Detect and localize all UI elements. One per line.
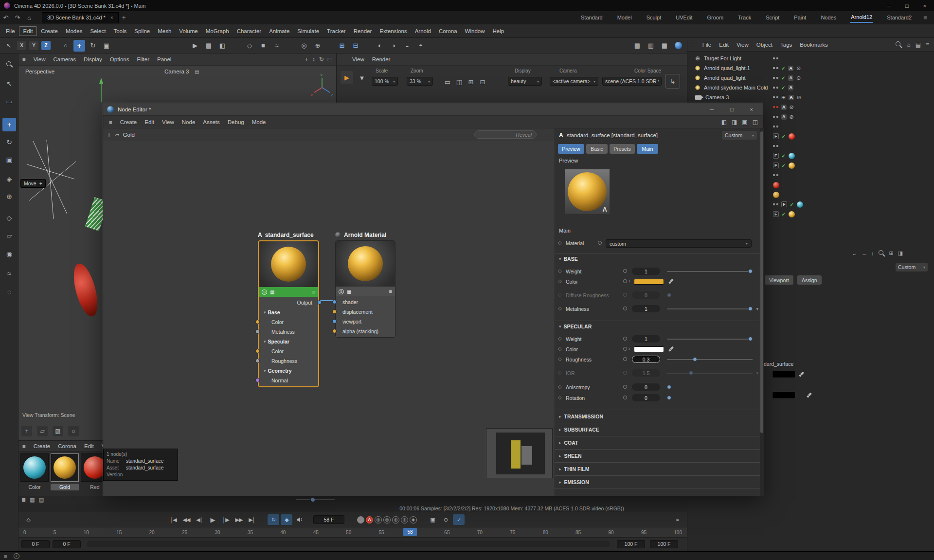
anim-diamond-icon[interactable]: ◇ xyxy=(558,278,562,284)
zoom-dropdown[interactable]: 33 %▾ xyxy=(407,77,433,86)
port-circle-icon[interactable] xyxy=(623,347,627,351)
am-forward-icon[interactable]: → xyxy=(862,251,867,256)
material-thumbnail[interactable] xyxy=(20,453,49,482)
input-port-icon[interactable] xyxy=(332,300,337,304)
layout-tab[interactable]: UVEdit xyxy=(675,13,693,22)
select-tool-icon[interactable]: ↖ xyxy=(3,40,15,52)
key-scale-icon[interactable]: ◎ xyxy=(383,516,391,524)
eyedropper-icon[interactable] xyxy=(798,371,805,378)
layout-tab[interactable]: Script xyxy=(765,13,780,22)
ballblue-icon[interactable] xyxy=(797,201,803,208)
ftag-icon[interactable]: F xyxy=(773,153,779,159)
mat-menu-item[interactable]: Edit xyxy=(80,441,98,451)
slider-track[interactable] xyxy=(667,308,753,309)
forward-icon[interactable]: ↷ xyxy=(12,13,23,22)
node-group-row[interactable]: ▾Base xyxy=(259,307,318,317)
abadge-icon[interactable]: A xyxy=(789,95,794,100)
abadge-icon[interactable]: A xyxy=(788,75,793,81)
ballblue-icon[interactable] xyxy=(789,153,795,159)
color-slot-swatch[interactable] xyxy=(772,392,795,399)
menu-item[interactable]: Render xyxy=(350,24,376,37)
goto-end-icon[interactable]: ▶│ xyxy=(246,514,258,525)
tab-basic[interactable]: Basic xyxy=(586,144,608,154)
rotate-tool-icon[interactable]: ↻ xyxy=(87,40,99,52)
ftag-icon[interactable]: F xyxy=(773,133,779,139)
ftag-icon[interactable]: F xyxy=(781,201,787,207)
expand-icon[interactable]: ⊞ xyxy=(781,94,786,101)
collapsed-section-header[interactable]: ▸SHEEN xyxy=(555,449,760,462)
material-mode-dropdown[interactable]: custom▾ xyxy=(606,239,752,248)
solo-icon[interactable]: S xyxy=(262,289,267,295)
dots-icon[interactable] xyxy=(773,57,778,60)
goto-start-icon[interactable]: │◀ xyxy=(167,514,179,525)
slider-track[interactable] xyxy=(667,271,753,272)
object-row[interactable]: Arnold quad_light.1✓A⊙ xyxy=(687,63,934,73)
home-icon[interactable]: ⌂ xyxy=(23,13,35,22)
layout-tab[interactable]: Groom xyxy=(706,13,724,22)
split-view-icon[interactable]: ◫ xyxy=(453,76,465,88)
forbid-icon[interactable]: ⊘ xyxy=(797,94,801,101)
film-icon[interactable]: ▤ xyxy=(631,40,643,52)
mat-menu-item[interactable]: Create xyxy=(30,441,54,451)
am-settings-icon[interactable]: ◨ xyxy=(898,250,903,256)
target-icon[interactable]: ⊙ xyxy=(796,65,801,72)
attr-scrollbar-thumb[interactable] xyxy=(760,131,763,433)
check-icon[interactable]: ✓ xyxy=(782,163,786,168)
close-button[interactable]: × xyxy=(923,3,926,9)
display-transform-icon[interactable]: ↳ xyxy=(665,74,680,89)
abadge-icon[interactable]: A xyxy=(788,85,793,90)
fcurve-icon[interactable]: ≈ xyxy=(671,514,683,525)
rotate-palette-icon[interactable]: ↻ xyxy=(2,135,16,149)
menu-item[interactable]: MoGraph xyxy=(202,24,233,37)
section-base[interactable]: ▾BASE xyxy=(555,253,760,264)
detail-view-icon[interactable]: ▤ xyxy=(39,497,44,503)
assign-button[interactable]: Assign xyxy=(797,275,822,285)
node-port-row[interactable]: Output xyxy=(259,298,318,307)
material-name[interactable]: Color xyxy=(20,484,49,490)
minimize-button[interactable]: ─ xyxy=(887,3,891,9)
output-port-icon[interactable] xyxy=(317,300,322,305)
arnold-ipr-icon[interactable] xyxy=(672,40,684,52)
menu-item[interactable]: Tracker xyxy=(323,24,350,37)
status-menu-icon[interactable]: ≡ xyxy=(4,553,7,559)
menu-item[interactable]: Mesh xyxy=(154,24,175,37)
image-icon[interactable]: ▦ xyxy=(270,289,274,295)
autokey-icon[interactable]: A xyxy=(366,516,373,524)
thumbnail-scale-slider[interactable] xyxy=(296,499,335,500)
ne-menu-item[interactable]: Debug xyxy=(224,116,248,128)
value-field[interactable]: 0 xyxy=(632,394,660,401)
anim-diamond-icon[interactable]: ◇ xyxy=(558,336,562,341)
render-view-icon[interactable]: ▶ xyxy=(189,40,201,52)
sphere-palette-icon[interactable]: ◉ xyxy=(2,247,16,261)
viewport-button[interactable]: Viewport xyxy=(765,275,793,285)
slider-knob[interactable] xyxy=(667,396,671,400)
dotsred-icon[interactable] xyxy=(773,106,778,108)
input-port-icon[interactable] xyxy=(332,319,337,324)
icon-view-icon[interactable]: ▦ xyxy=(30,497,35,503)
check-icon[interactable]: ✓ xyxy=(782,212,786,217)
collapsed-section-header[interactable]: ▸TRANSMISSION xyxy=(555,410,760,423)
check-icon[interactable]: ✓ xyxy=(790,202,794,207)
add-view-icon[interactable]: + xyxy=(21,426,32,436)
ab-compare-icon[interactable]: ⊞ xyxy=(465,76,477,88)
snapshot-icon[interactable]: ▼ xyxy=(356,72,368,84)
ballgold-icon[interactable] xyxy=(789,163,795,169)
menu-item[interactable]: Extensions xyxy=(376,24,411,37)
standard-surface-node[interactable]: S ▦ ≡ Output ▾Base Color Metalness ▾Spec… xyxy=(258,240,319,387)
dots-icon[interactable] xyxy=(773,203,778,206)
object-row[interactable]: ⊕Target For Light xyxy=(687,54,934,63)
layers-icon[interactable]: ▥ xyxy=(645,40,657,52)
range-start-field[interactable]: 0 F xyxy=(21,540,50,548)
am-search-icon[interactable] xyxy=(879,250,885,256)
quantize-icon[interactable]: ⊟ xyxy=(350,40,361,52)
new-tab-button[interactable]: + xyxy=(119,13,129,22)
section-specular[interactable]: ▾SPECULAR xyxy=(555,321,760,331)
axis-palette-icon[interactable]: ◈ xyxy=(2,172,16,186)
record-icon[interactable] xyxy=(357,516,364,524)
port-circle-icon[interactable] xyxy=(598,241,602,245)
dots-icon[interactable] xyxy=(773,96,778,99)
color-slot-swatch[interactable] xyxy=(772,371,795,378)
menu-item[interactable]: Arnold xyxy=(411,24,435,37)
collapsed-section-header[interactable]: ▸SUBSURFACE xyxy=(555,423,760,436)
range-end-field2[interactable]: 100 F xyxy=(650,540,678,548)
